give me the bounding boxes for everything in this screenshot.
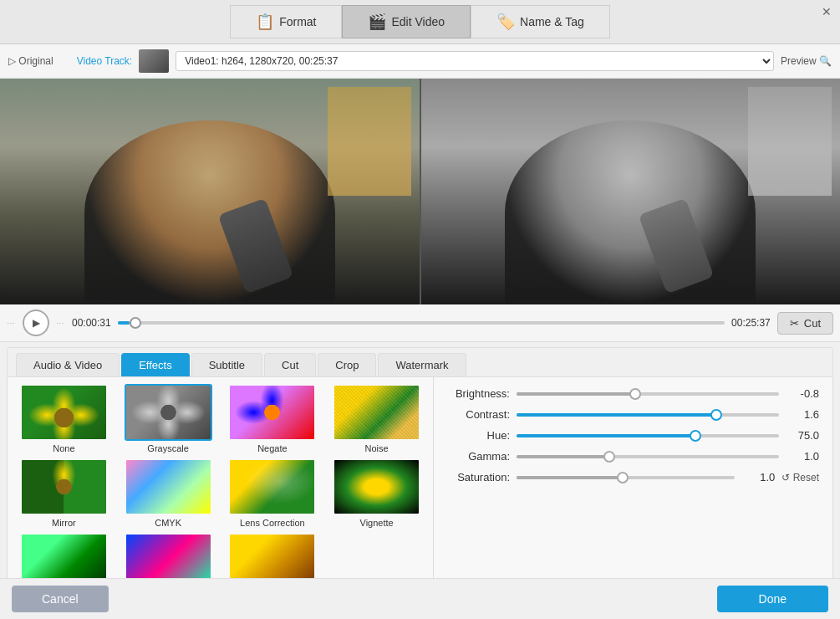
format-icon: 📋 [256, 13, 274, 31]
gamma-track[interactable] [517, 455, 779, 458]
editor-area: Audio & Video Effects Subtitle Cut Crop … [7, 347, 833, 590]
tab-cut[interactable]: Cut [264, 353, 316, 376]
effect-vignette-label: Vignette [360, 518, 394, 528]
editor-content: None Grayscale Negate Nois [8, 377, 832, 585]
effect-noise[interactable]: Noise [327, 384, 426, 453]
gamma-row: Gamma: 1.0 [447, 450, 819, 463]
brightness-row: Brightness: -0.8 [447, 387, 819, 400]
video-panel-original [0, 79, 421, 304]
effect-vignette-thumb[interactable] [333, 458, 420, 515]
hue-track[interactable] [517, 434, 779, 437]
cut-label: Cut [804, 317, 821, 330]
tab-format[interactable]: 📋 Format [230, 5, 342, 38]
tab-format-label: Format [279, 15, 316, 28]
effect-partial3[interactable] [223, 533, 323, 585]
brightness-value: -0.8 [786, 387, 819, 400]
hue-row: Hue: 75.0 [447, 429, 819, 442]
play-button[interactable]: ▶ [23, 310, 49, 336]
contrast-value: 1.6 [786, 408, 819, 421]
original-label: ▷ Original [8, 55, 53, 67]
video-track-bar: ▷ Original Video Track: Video1: h264, 12… [0, 44, 840, 79]
playback-bar: ⋯ ▶ ⋯ 00:00:31 00:25:37 ✂ Cut [0, 304, 840, 342]
tab-watermark[interactable]: Watermark [378, 353, 466, 376]
effect-mirror-label: Mirror [52, 518, 76, 528]
effect-mirror-thumb[interactable] [20, 458, 108, 515]
effect-lens-correction-label: Lens Correction [240, 518, 305, 528]
gamma-label: Gamma: [447, 450, 510, 463]
saturation-track[interactable] [517, 476, 735, 479]
tab-effects[interactable]: Effects [121, 353, 190, 376]
effect-none-label: None [53, 443, 74, 453]
name-tag-icon: 🏷️ [496, 13, 515, 31]
brightness-label: Brightness: [447, 387, 510, 400]
effect-none-thumb[interactable] [20, 384, 108, 441]
contrast-track[interactable] [517, 413, 779, 417]
tab-name-tag[interactable]: 🏷️ Name & Tag [471, 5, 610, 38]
progress-fill [118, 321, 130, 325]
effects-grid: None Grayscale Negate Nois [8, 377, 434, 585]
saturation-value: 1.0 [741, 471, 775, 483]
video-panel-preview [421, 79, 841, 304]
effect-partial2-thumb[interactable] [125, 533, 212, 585]
video-track-thumb [139, 49, 169, 73]
effect-grayscale-label: Grayscale [147, 443, 189, 453]
effect-noise-label: Noise [365, 443, 389, 453]
cut-icon: ✂ [790, 317, 799, 330]
tab-name-tag-label: Name & Tag [520, 15, 584, 28]
effect-negate-label: Negate [257, 443, 287, 453]
video-area [0, 79, 840, 304]
effect-lens-correction-thumb[interactable] [228, 458, 316, 515]
effect-vignette[interactable]: Vignette [327, 458, 426, 528]
progress-track[interactable] [118, 321, 725, 325]
cancel-button[interactable]: Cancel [12, 586, 109, 612]
effect-partial1[interactable] [14, 533, 114, 585]
settings-panel: Brightness: -0.8 Contrast: 1.6 Hue: [434, 377, 832, 585]
saturation-row: Saturation: 1.0 ↺ Reset [447, 471, 819, 483]
effect-cmyk-label: CMYK [155, 518, 181, 528]
effect-grayscale[interactable]: Grayscale [119, 384, 218, 453]
cut-button[interactable]: ✂ Cut [777, 312, 833, 335]
tab-edit-video-label: Edit Video [391, 15, 445, 28]
effect-none[interactable]: None [14, 384, 114, 453]
gamma-value: 1.0 [786, 450, 819, 463]
progress-thumb [130, 317, 141, 329]
effect-partial3-thumb[interactable] [228, 533, 316, 585]
effect-cmyk[interactable]: CMYK [119, 458, 218, 528]
done-button[interactable]: Done [717, 586, 828, 612]
edit-video-icon: 🎬 [368, 13, 386, 31]
tab-audio-video[interactable]: Audio & Video [16, 353, 120, 376]
tab-subtitle[interactable]: Subtitle [191, 353, 262, 376]
bottom-bar: Cancel Done [0, 578, 840, 619]
reset-button[interactable]: ↺ Reset [781, 472, 819, 483]
brightness-track[interactable] [517, 392, 779, 396]
contrast-label: Contrast: [447, 408, 510, 421]
effect-mirror[interactable]: Mirror [14, 458, 114, 528]
saturation-label: Saturation: [447, 471, 510, 483]
hue-value: 75.0 [786, 429, 819, 442]
tab-crop[interactable]: Crop [318, 353, 376, 376]
editor-tabs: Audio & Video Effects Subtitle Cut Crop … [8, 348, 832, 377]
contrast-row: Contrast: 1.6 [447, 408, 819, 421]
effect-noise-thumb[interactable] [333, 384, 420, 441]
top-bar: 📋 Format 🎬 Edit Video 🏷️ Name & Tag ✕ [0, 0, 840, 44]
time-start: 00:00:31 [72, 317, 111, 329]
effect-lens-correction[interactable]: Lens Correction [223, 458, 323, 528]
preview-button[interactable]: Preview 🔍 [781, 55, 832, 67]
video-track-select[interactable]: Video1: h264, 1280x720, 00:25:37 [176, 51, 774, 71]
hue-label: Hue: [447, 429, 510, 442]
time-end: 00:25:37 [731, 317, 771, 329]
effect-cmyk-thumb[interactable] [125, 458, 212, 515]
effect-negate-thumb[interactable] [228, 384, 316, 441]
dots-icon: ⋯ [7, 319, 16, 328]
tab-edit-video[interactable]: 🎬 Edit Video [342, 5, 471, 38]
dots-icon-2: ⋯ [56, 319, 65, 328]
close-icon[interactable]: ✕ [822, 5, 832, 18]
effect-partial1-thumb[interactable] [20, 533, 108, 585]
effect-grayscale-thumb[interactable] [125, 384, 212, 441]
video-track-label: Video Track: [77, 55, 132, 67]
effect-negate[interactable]: Negate [223, 384, 323, 453]
effect-partial2[interactable] [119, 533, 218, 585]
